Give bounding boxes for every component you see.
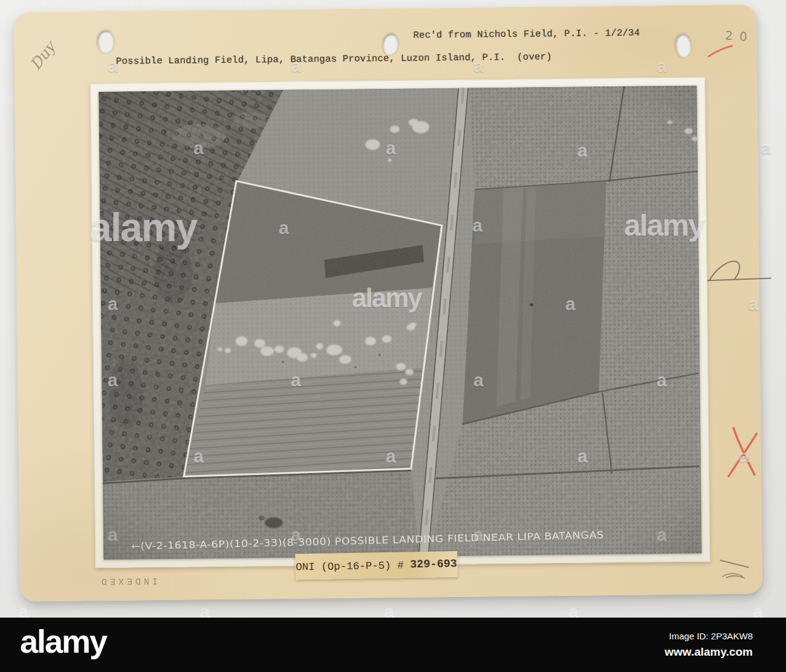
pencil-check-marks	[715, 551, 761, 584]
punch-hole-left	[97, 31, 113, 53]
pencil-initials: Duy	[27, 39, 59, 74]
punch-hole-right	[675, 34, 692, 58]
aerial-photograph: ←(V-2-1618-A-6P)(10-2-33)(8-3000) POSSIB…	[99, 86, 701, 560]
oni-label-prefix: ONI (Op-16-P-5) #	[296, 559, 410, 573]
pencil-number: 20	[725, 28, 755, 45]
oni-label-number: 329-693	[410, 558, 457, 571]
typed-caption-line: Possible Landing Field, Lipa, Batangas P…	[116, 51, 552, 67]
pencil-triangle-mark	[700, 252, 776, 284]
punch-hole-center	[382, 33, 398, 56]
alamy-logo: alamy	[20, 622, 106, 660]
typed-receipt-line: Rec'd from Nichols Field, P.I. - 1/2/34	[413, 28, 640, 41]
image-id: Image ID: 2P3AKW8	[664, 631, 753, 641]
archive-card: Rec'd from Nichols Field, P.I. - 1/2/34 …	[14, 5, 762, 602]
oni-reference-label: ONI (Op-16-P-5) # 329-693	[295, 551, 458, 580]
red-x-mark	[721, 420, 765, 483]
alamy-url: www.alamy.com	[664, 645, 753, 659]
watermark-a: a	[761, 138, 771, 158]
aerial-photo-art: ←(V-2-1618-A-6P)(10-2-33)(8-3000) POSSIB…	[99, 86, 701, 560]
photo-mount-mat: ←(V-2-1618-A-6P)(10-2-33)(8-3000) POSSIB…	[90, 77, 710, 568]
indexed-stamp: INDEXED	[99, 575, 158, 586]
footer-bar: alamy Image ID: 2P3AKW8 www.alamy.com	[0, 618, 786, 672]
red-pencil-dash	[705, 44, 736, 60]
stock-photo-frame: Rec'd from Nichols Field, P.I. - 1/2/34 …	[0, 0, 786, 672]
